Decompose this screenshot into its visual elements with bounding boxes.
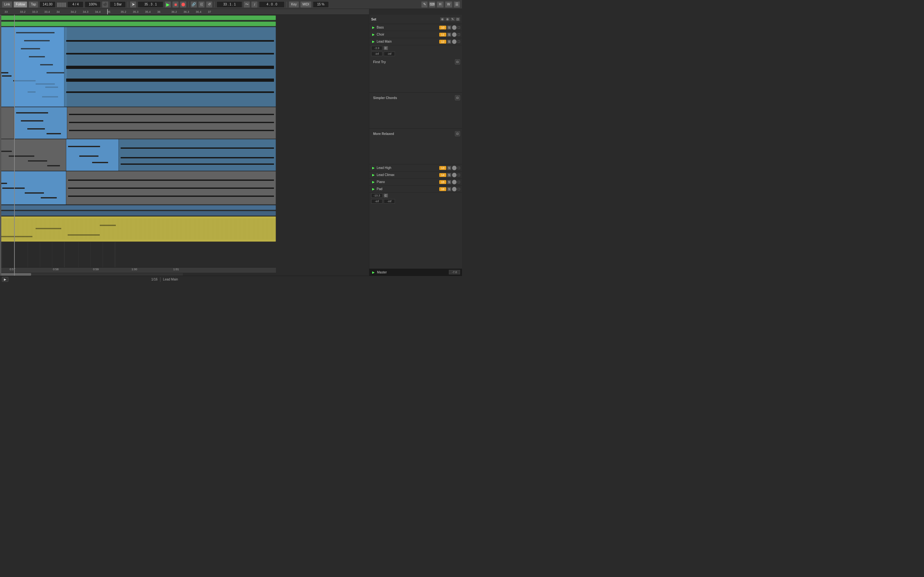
first-try-fold-btn[interactable]: ⊡ [455, 59, 460, 64]
h-scrollbar-thumb[interactable] [0, 273, 31, 276]
more-relaxed-fold-btn[interactable]: ⊡ [455, 131, 460, 136]
piano-extra[interactable] [457, 181, 460, 183]
piano-track-row[interactable]: ▶ Piano 15 S [369, 179, 462, 185]
bass-track[interactable] [0, 15, 276, 21]
pad-key[interactable]: C [384, 193, 388, 197]
lead-climax-track[interactable] [0, 211, 276, 216]
back-icon[interactable]: ⟨⟨ [198, 1, 205, 8]
choir-clip[interactable] [0, 21, 276, 26]
tracks-container[interactable]: 0:55 0:56 0:57 0:58 0:59 1:00 1:01 [0, 15, 276, 276]
zoom-display[interactable]: 100% [85, 1, 101, 8]
choir-arm-btn[interactable] [452, 32, 457, 37]
bass-play-btn[interactable]: ▶ [371, 25, 376, 30]
bpm-display[interactable]: 141.00 [39, 1, 55, 8]
pad-vol[interactable]: -10.3 [371, 193, 383, 198]
lead-high-track-row[interactable]: ▶ Lead High 13 S [369, 164, 462, 171]
piano-play-btn[interactable]: ▶ [371, 180, 376, 184]
loop-wave-icon[interactable]: 〜 [244, 1, 250, 8]
midi-button[interactable]: MIDI [300, 1, 312, 8]
loop-icon[interactable]: 🔗 [191, 1, 197, 8]
arrow-up-btn[interactable]: ⊕ [440, 17, 445, 21]
first-try-gray-1[interactable] [0, 107, 14, 139]
piano-arm-btn[interactable] [452, 180, 457, 184]
metro-icon[interactable]: ⚫ [102, 1, 108, 8]
pad-s-btn[interactable]: S [447, 187, 451, 191]
choir-s-btn[interactable]: S [447, 33, 451, 37]
transport-pos[interactable]: 35 . 3 . 1 [137, 1, 163, 8]
pad-play-btn[interactable]: ▶ [371, 187, 376, 191]
stop-button[interactable]: ■ [172, 1, 179, 8]
bass-arm-btn[interactable] [452, 25, 457, 30]
time-sig-display[interactable]: 4 / 4 [67, 1, 83, 8]
lead-climax-arm-btn[interactable] [452, 173, 457, 177]
pencil-btn[interactable]: ✎ [451, 17, 455, 21]
simpler-chords-track[interactable] [0, 139, 276, 171]
lead-climax-s-btn[interactable]: S [447, 173, 451, 177]
loop-record-icon[interactable]: ↺ [206, 1, 212, 8]
keyboard-icon[interactable]: ⌨ [429, 1, 435, 8]
choir-track[interactable] [0, 21, 276, 27]
lead-high-number[interactable]: 13 [439, 166, 446, 170]
choir-track-row[interactable]: ▶ Choir 11 S [369, 31, 462, 38]
piano-number[interactable]: 15 [439, 180, 446, 184]
sc-dark-1[interactable] [119, 139, 276, 171]
link-button[interactable]: Link [2, 1, 12, 8]
pad-extra[interactable] [457, 188, 460, 190]
lead-main-key[interactable]: C [384, 46, 388, 50]
h-btn[interactable]: H [437, 1, 443, 8]
record-button[interactable]: ⬤ [180, 1, 186, 8]
lead-high-clip[interactable] [0, 205, 276, 210]
lead-high-play-btn[interactable]: ▶ [371, 166, 376, 170]
choir-extra-btn[interactable] [457, 33, 460, 36]
first-try-blue-1[interactable] [14, 107, 67, 139]
choir-play-btn[interactable]: ▶ [371, 32, 376, 37]
first-try-gray-2[interactable] [67, 107, 276, 139]
bottom-play-btn[interactable]: ▶ [2, 277, 8, 282]
lead-high-arm-btn[interactable] [452, 166, 457, 170]
lead-high-track[interactable] [0, 205, 276, 211]
lead-climax-number[interactable]: 14 [439, 173, 446, 177]
loop-slash-icon[interactable]: / [251, 1, 258, 8]
bass-track-row[interactable]: ▶ Bass 10 S [369, 24, 462, 31]
more-relaxed-track[interactable] [0, 171, 276, 205]
bass-extra-btn[interactable] [457, 26, 460, 29]
lead-high-s-btn[interactable]: S [447, 166, 451, 170]
piano-track[interactable] [0, 216, 276, 242]
first-try-track[interactable] [0, 107, 276, 139]
lead-main-arm-btn[interactable] [452, 39, 457, 44]
key-button[interactable]: Key [289, 1, 299, 8]
piano-s-btn[interactable]: S [447, 180, 451, 184]
arrow-down-btn[interactable]: ⊕ [445, 17, 450, 21]
master-pan[interactable]: -7.0 [449, 270, 460, 274]
camera-btn[interactable]: ⊡ [456, 17, 460, 21]
lead-climax-extra[interactable] [457, 174, 460, 176]
lead-main-play-btn[interactable]: ▶ [371, 39, 376, 44]
pad-arm-btn[interactable] [452, 187, 457, 191]
mr-blue-1[interactable] [0, 171, 66, 205]
piano-clip[interactable] [0, 216, 276, 242]
scale-pct[interactable]: 15 % [313, 1, 329, 8]
master-play-btn[interactable]: ▶ [371, 270, 376, 274]
bass-clip[interactable] [0, 15, 276, 20]
lead-high-extra[interactable] [457, 167, 460, 169]
lead-main-number[interactable]: 12 [439, 40, 446, 44]
lead-main-clip-2[interactable] [14, 27, 67, 107]
tap-button[interactable]: Tap [29, 1, 38, 8]
lead-main-vol[interactable]: -3.9 [371, 46, 383, 50]
pad-number[interactable]: 16 [439, 187, 446, 191]
lead-climax-clip[interactable] [0, 211, 276, 216]
lead-main-track-row[interactable]: ▶ Lead Main 12 S [369, 38, 462, 45]
bass-number[interactable]: 10 [439, 26, 446, 29]
simpler-chords-fold-btn[interactable]: ⊡ [455, 95, 460, 100]
lead-main-track[interactable] [0, 27, 276, 107]
lead-main-clip-3[interactable] [64, 27, 276, 107]
lead-climax-track-row[interactable]: ▶ Lead Climax 14 S [369, 171, 462, 179]
mr-gray-2[interactable] [66, 171, 276, 205]
follow-button[interactable]: Follow [13, 1, 27, 8]
sc-blue-2[interactable] [66, 139, 119, 171]
quantize-display[interactable]: 1 Bar [110, 1, 126, 8]
master-row[interactable]: ▶ Master -7.0 [369, 269, 462, 276]
pad-track-row[interactable]: ▶ Pad 16 S [369, 185, 462, 193]
lead-main-extra-btn[interactable] [457, 40, 460, 43]
arrow-icon[interactable]: ➤ [130, 1, 136, 8]
